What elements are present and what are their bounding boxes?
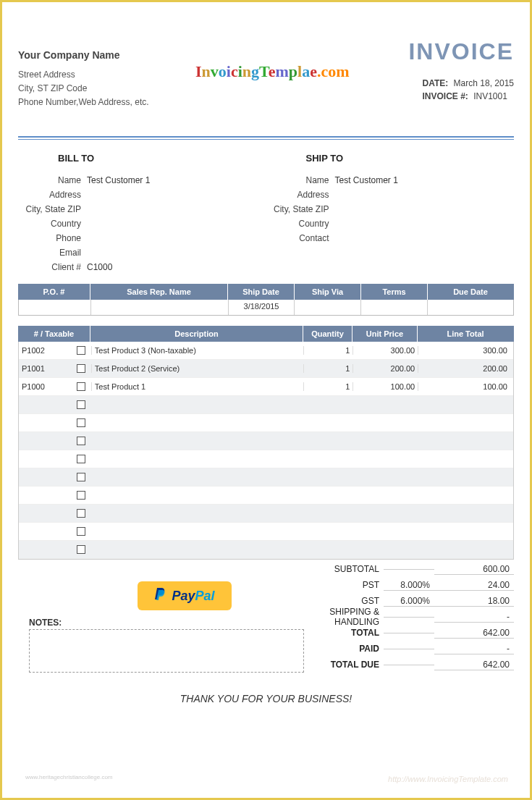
item-id: P1001 xyxy=(22,364,45,373)
gst-value: 18.00 xyxy=(434,596,514,607)
po-header-shipvia: Ship Via xyxy=(295,284,361,300)
shipto-address xyxy=(335,190,515,200)
taxable-checkbox[interactable] xyxy=(77,545,85,554)
shipto-label-country: Country xyxy=(266,219,335,229)
date-value: March 18, 2015 xyxy=(454,78,514,88)
items-header-id: # / Taxable xyxy=(18,326,90,342)
taxable-checkbox[interactable] xyxy=(77,473,85,481)
invoice-title: INVOICE xyxy=(408,38,514,65)
table-row xyxy=(19,505,513,523)
taxable-checkbox[interactable] xyxy=(77,382,85,391)
item-price[interactable]: 200.00 xyxy=(352,364,418,373)
po-header-due: Due Date xyxy=(428,284,513,300)
po-cell-po[interactable] xyxy=(19,300,91,315)
billto-label-phone: Phone xyxy=(18,233,87,243)
taxable-checkbox[interactable] xyxy=(77,437,85,445)
meta-block: DATE: March 18, 2015 INVOICE #: INV1001 xyxy=(422,78,514,104)
table-row: P1002Test Product 3 (Non-taxable)1300.00… xyxy=(19,342,513,360)
item-qty[interactable]: 1 xyxy=(303,382,352,391)
table-row xyxy=(19,414,513,432)
billto-label-city: City, State ZIP xyxy=(18,204,87,214)
paypal-text-pal: Pal xyxy=(195,589,215,604)
billto-phone xyxy=(87,233,266,243)
pst-value: 24.00 xyxy=(434,580,514,591)
item-id: P1000 xyxy=(22,382,45,391)
item-total: 200.00 xyxy=(418,364,513,373)
notes-input[interactable] xyxy=(29,629,304,673)
item-price[interactable]: 300.00 xyxy=(352,346,418,355)
divider-bottom xyxy=(18,139,514,140)
billto-label-client: Client # xyxy=(18,262,87,272)
totals-block: SUBTOTAL600.00 PST8.000%24.00 GST6.000%1… xyxy=(322,561,514,673)
items-header-price: Unit Price xyxy=(352,326,418,342)
po-cell-shipdate[interactable]: 3/18/2015 xyxy=(229,300,295,315)
logo: InvoicingTemplae.com xyxy=(195,62,350,81)
po-header-terms: Terms xyxy=(361,284,428,300)
po-cell-terms[interactable] xyxy=(361,300,428,315)
paid-value: - xyxy=(434,644,514,654)
total-label: TOTAL xyxy=(322,628,384,638)
invoice-number-label: INVOICE #: xyxy=(422,91,468,101)
subtotal-value: 600.00 xyxy=(434,564,514,575)
taxable-checkbox[interactable] xyxy=(77,346,85,355)
taxable-checkbox[interactable] xyxy=(77,400,85,409)
paypal-button[interactable]: PayPal xyxy=(138,581,232,610)
billto-country xyxy=(87,219,266,229)
table-row xyxy=(19,432,513,450)
company-street: Street Address xyxy=(18,68,149,82)
company-contact: Phone Number,Web Address, etc. xyxy=(18,96,149,109)
table-row xyxy=(19,487,513,505)
shipto-label-contact: Contact xyxy=(266,233,335,243)
po-row: 3/18/2015 xyxy=(18,300,514,316)
taxable-checkbox[interactable] xyxy=(77,364,85,373)
item-total: 300.00 xyxy=(418,346,513,355)
billto-address xyxy=(87,190,266,200)
total-due-value: 642.00 xyxy=(434,660,514,670)
thank-you-message: THANK YOU FOR YOUR BUSINESS! xyxy=(18,693,514,704)
items-header: # / Taxable Description Quantity Unit Pr… xyxy=(18,326,514,342)
taxable-checkbox[interactable] xyxy=(77,509,85,518)
item-desc[interactable]: Test Product 3 (Non-taxable) xyxy=(91,346,304,355)
taxable-checkbox[interactable] xyxy=(77,418,85,427)
divider-top xyxy=(18,136,514,138)
taxable-checkbox[interactable] xyxy=(77,527,85,536)
item-qty[interactable]: 1 xyxy=(303,346,352,355)
po-cell-shipvia[interactable] xyxy=(295,300,361,315)
shipto-label-name: Name xyxy=(266,175,335,185)
billto-label-email: Email xyxy=(18,248,87,258)
po-cell-due[interactable] xyxy=(428,300,513,315)
shipto-city xyxy=(335,204,515,214)
subtotal-label: SUBTOTAL xyxy=(322,564,384,574)
taxable-checkbox[interactable] xyxy=(77,491,85,500)
item-desc[interactable]: Test Product 2 (Service) xyxy=(91,364,304,373)
shipto-label-address: Address xyxy=(266,190,335,200)
item-price[interactable]: 100.00 xyxy=(352,382,418,391)
company-block: Your Company Name Street Address City, S… xyxy=(18,49,149,110)
shipto-label-city: City, State ZIP xyxy=(266,204,335,214)
item-desc[interactable]: Test Product 1 xyxy=(91,382,304,391)
shipto-country xyxy=(335,219,515,229)
date-label: DATE: xyxy=(422,78,448,88)
table-row xyxy=(19,450,513,468)
table-row: P1000Test Product 11100.00100.00 xyxy=(19,378,513,396)
taxable-checkbox[interactable] xyxy=(77,455,85,463)
billto-label-name: Name xyxy=(18,175,87,185)
items-table: P1002Test Product 3 (Non-taxable)1300.00… xyxy=(18,342,514,560)
item-qty[interactable]: 1 xyxy=(303,364,352,373)
po-header: P.O. # Sales Rep. Name Ship Date Ship Vi… xyxy=(18,284,514,300)
table-row xyxy=(19,541,513,559)
paid-label: PAID xyxy=(322,644,384,654)
gst-label: GST xyxy=(322,596,384,606)
bill-to-block: BILL TO NameTest Customer 1 Address City… xyxy=(18,153,266,277)
table-row xyxy=(19,468,513,487)
table-row xyxy=(19,396,513,414)
company-city: City, ST ZIP Code xyxy=(18,82,149,96)
po-header-shipdate: Ship Date xyxy=(228,284,295,300)
total-value: 642.00 xyxy=(434,628,514,639)
po-cell-rep[interactable] xyxy=(91,300,229,315)
bill-to-heading: BILL TO xyxy=(58,153,266,164)
po-header-po: P.O. # xyxy=(18,284,90,300)
table-row: P1001Test Product 2 (Service)1200.00200.… xyxy=(19,360,513,378)
items-header-desc: Description xyxy=(90,326,303,342)
item-total: 100.00 xyxy=(418,382,513,391)
